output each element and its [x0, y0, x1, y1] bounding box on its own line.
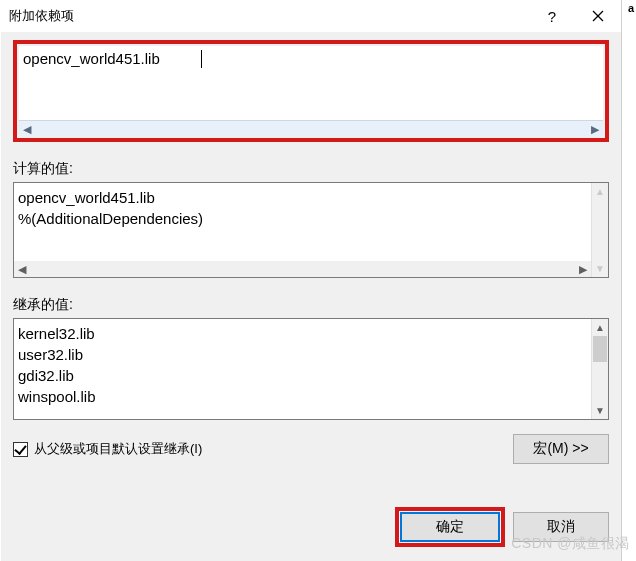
computed-values-list: opencv_world451.lib %(AdditionalDependen… [13, 182, 609, 278]
scroll-right-icon[interactable]: ▶ [587, 122, 603, 136]
computed-vscroll[interactable]: ▲ ▼ [591, 183, 608, 277]
close-button[interactable] [575, 0, 621, 32]
edit-value: opencv_world451.lib [23, 50, 160, 67]
inherited-line: gdi32.lib [18, 365, 588, 386]
text-caret [201, 50, 202, 68]
edit-highlight: opencv_world451.lib ◀ ▶ [13, 40, 609, 142]
inherit-checkbox-label: 从父级或项目默认设置继承(I) [34, 440, 202, 458]
ok-button[interactable]: 确定 [400, 512, 500, 542]
inherited-line: winspool.lib [18, 386, 588, 407]
close-icon [592, 10, 604, 22]
help-button[interactable]: ? [529, 0, 575, 32]
scroll-left-icon[interactable]: ◀ [14, 262, 30, 276]
computed-line: %(AdditionalDependencies) [18, 208, 604, 229]
inherit-checkbox[interactable] [13, 442, 28, 457]
macro-button[interactable]: 宏(M) >> [513, 434, 609, 464]
side-strip: a [621, 0, 636, 561]
inherited-vscroll[interactable]: ▲ ▼ [591, 319, 608, 419]
scroll-down-icon[interactable]: ▼ [592, 402, 608, 419]
side-mark: a [628, 2, 634, 14]
scroll-up-icon[interactable]: ▲ [592, 319, 608, 336]
inherited-values-list[interactable]: kernel32.lib user32.lib gdi32.lib winspo… [13, 318, 609, 420]
ok-highlight: 确定 [395, 507, 505, 547]
inherited-line: user32.lib [18, 344, 588, 365]
computed-line: opencv_world451.lib [18, 187, 604, 208]
inherit-checkbox-row[interactable]: 从父级或项目默认设置继承(I) [13, 440, 202, 458]
inherited-label: 继承的值: [13, 296, 609, 314]
edit-hscroll[interactable]: ◀ ▶ [19, 120, 603, 136]
titlebar[interactable]: 附加依赖项 ? [1, 0, 621, 32]
dependencies-edit[interactable]: opencv_world451.lib ◀ ▶ [19, 46, 603, 136]
dialog-footer: 确定 取消 [395, 507, 609, 547]
additional-dependencies-dialog: 附加依赖项 ? opencv_world451.lib ◀ ▶ 计算的值: op… [0, 0, 621, 561]
scroll-right-icon[interactable]: ▶ [575, 262, 591, 276]
computed-label: 计算的值: [13, 160, 609, 178]
scroll-down-icon[interactable]: ▼ [592, 260, 608, 277]
inherited-line: kernel32.lib [18, 323, 588, 344]
dialog-title: 附加依赖项 [9, 7, 529, 25]
scroll-up-icon[interactable]: ▲ [592, 183, 608, 200]
cancel-button[interactable]: 取消 [513, 512, 609, 542]
scroll-thumb[interactable] [593, 336, 607, 362]
scroll-left-icon[interactable]: ◀ [19, 122, 35, 136]
computed-hscroll[interactable]: ◀ ▶ [14, 261, 591, 277]
